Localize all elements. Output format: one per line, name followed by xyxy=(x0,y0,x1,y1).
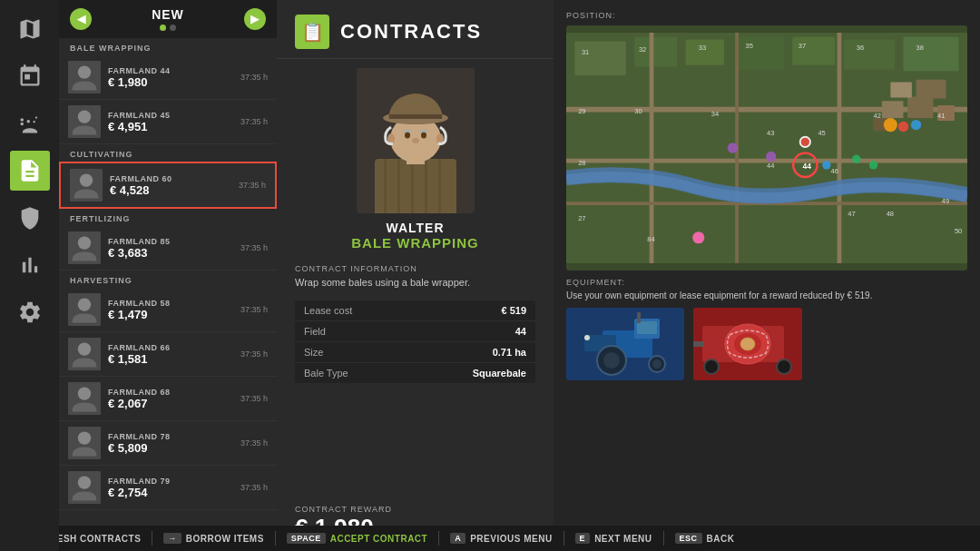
sidebar-item-contracts[interactable] xyxy=(10,151,50,191)
back-item[interactable]: ESC BACK xyxy=(664,526,746,551)
tractor-svg xyxy=(566,308,684,380)
svg-rect-89 xyxy=(637,321,657,334)
contract-item-wrapper: FARMLAND 58€ 1,47937:35 h xyxy=(59,288,277,332)
svg-text:50: 50 xyxy=(955,227,962,235)
contract-item[interactable]: FARMLAND 79€ 2,75437:35 h xyxy=(59,466,277,510)
previous-action: PREVIOUS MENU xyxy=(470,534,552,544)
svg-rect-30 xyxy=(419,130,428,133)
svg-rect-44 xyxy=(903,37,958,72)
table-row-value: 44 xyxy=(515,326,526,337)
svg-point-28 xyxy=(421,133,426,139)
contract-item[interactable]: FARMLAND 44€ 1,98037:35 h xyxy=(59,55,277,100)
svg-point-17 xyxy=(78,476,91,488)
svg-text:45: 45 xyxy=(818,129,825,137)
section-label-fertilizing: FERTILIZING xyxy=(59,209,277,226)
svg-rect-49 xyxy=(916,80,946,99)
contract-item-wrapper: FARMLAND 79€ 2,75437:35 h xyxy=(59,466,277,510)
sidebar-item-settings[interactable] xyxy=(10,292,50,332)
borrow-items-item[interactable]: → BORROW ITEMS xyxy=(152,526,275,551)
svg-text:38: 38 xyxy=(916,44,924,52)
svg-point-15 xyxy=(78,431,91,444)
contract-time: 37:35 h xyxy=(240,73,268,82)
map-container: 44 31 32 33 35 37 36 38 29 30 34 43 45 4… xyxy=(566,25,967,271)
contract-item-wrapper: FARMLAND 85€ 3,68337:35 h xyxy=(59,226,277,271)
contract-item[interactable]: FARMLAND 66€ 1,58137:35 h xyxy=(59,332,277,377)
table-row-label: Lease cost xyxy=(304,305,352,316)
svg-text:42: 42 xyxy=(874,112,881,120)
svg-rect-32 xyxy=(402,143,429,153)
contract-time: 37:35 h xyxy=(240,349,268,359)
bale-wrapper-image xyxy=(693,308,802,380)
previous-menu-item[interactable]: A PREVIOUS MENU xyxy=(439,526,563,551)
borrow-key: → xyxy=(163,533,181,544)
svg-point-7 xyxy=(78,236,91,249)
contract-price: € 1,581 xyxy=(108,352,233,366)
contract-item[interactable]: FARMLAND 85€ 3,68337:35 h xyxy=(59,226,277,271)
back-action: BACK xyxy=(707,534,735,544)
contract-item[interactable]: FARMLAND 58€ 1,47937:35 h xyxy=(59,288,277,332)
svg-point-54 xyxy=(800,137,810,147)
contract-avatar xyxy=(68,471,101,504)
svg-text:48: 48 xyxy=(887,210,894,218)
position-label: POSITION: xyxy=(566,11,967,20)
svg-text:84: 84 xyxy=(647,235,654,243)
contract-item[interactable]: FARMLAND 45€ 4,95137:35 h xyxy=(59,100,277,144)
right-panel: POSITION: xyxy=(554,0,980,551)
svg-rect-104 xyxy=(693,341,704,347)
contract-farmland-name: FARMLAND 58 xyxy=(108,299,233,308)
svg-text:29: 29 xyxy=(578,107,585,115)
contract-detail-table: Lease cost€ 519Field44Size0.71 haBale Ty… xyxy=(295,300,535,383)
prev-nav-button[interactable]: ◀ xyxy=(70,8,92,30)
contract-sections: BALE WRAPPINGFARMLAND 44€ 1,98037:35 hFA… xyxy=(59,38,277,510)
sidebar-item-animals[interactable] xyxy=(10,103,50,143)
contract-avatar xyxy=(68,293,101,326)
svg-text:46: 46 xyxy=(831,167,838,175)
svg-point-53 xyxy=(766,152,776,162)
panel-header-title: NEW xyxy=(152,7,184,22)
header-dots xyxy=(160,25,176,31)
contract-item[interactable]: FARMLAND 60€ 4,52837:35 h xyxy=(59,162,277,209)
contract-item[interactable]: FARMLAND 78€ 5,80937:35 h xyxy=(59,421,277,466)
svg-rect-24 xyxy=(438,159,441,213)
sidebar-item-silo[interactable] xyxy=(10,198,50,238)
contract-info-section: CONTRACT INFORMATION Wrap some bales usi… xyxy=(277,255,554,300)
next-key: E xyxy=(575,533,591,544)
back-key: ESC xyxy=(675,533,702,544)
table-row-value: € 519 xyxy=(501,305,526,316)
table-row-label: Bale Type xyxy=(304,368,348,379)
svg-point-59 xyxy=(898,122,908,132)
contract-time: 37:35 h xyxy=(240,243,268,252)
contract-info: FARMLAND 85€ 3,683 xyxy=(108,237,233,260)
contract-info: FARMLAND 58€ 1,479 xyxy=(108,299,233,321)
sidebar-item-map[interactable] xyxy=(10,9,50,49)
contract-time: 37:35 h xyxy=(240,117,268,126)
svg-text:35: 35 xyxy=(745,42,752,50)
reward-label: CONTRACT REWARD xyxy=(295,505,535,514)
sidebar-item-calendar[interactable] xyxy=(10,56,50,96)
sidebar-item-stats[interactable] xyxy=(10,245,50,285)
svg-point-96 xyxy=(584,335,590,340)
svg-rect-21 xyxy=(397,159,400,213)
contract-time: 37:35 h xyxy=(239,181,266,190)
svg-text:37: 37 xyxy=(799,42,806,50)
svg-text:36: 36 xyxy=(857,44,864,52)
contract-avatar xyxy=(70,169,103,202)
contracts-header: 📋 CONTRACTS xyxy=(277,0,554,59)
next-nav-button[interactable]: ▶ xyxy=(244,8,266,30)
contract-farmland-name: FARMLAND 45 xyxy=(108,111,233,120)
svg-point-31 xyxy=(412,138,419,143)
character-section: WALTER BALE WRAPPING xyxy=(277,59,554,255)
character-portrait xyxy=(357,68,475,213)
svg-point-1 xyxy=(78,65,91,78)
contract-avatar xyxy=(68,61,101,93)
next-menu-item[interactable]: E NEXT MENU xyxy=(564,526,663,551)
map-svg: 44 31 32 33 35 37 36 38 29 30 34 43 45 4… xyxy=(566,25,967,271)
contracts-title: CONTRACTS xyxy=(340,20,482,44)
contract-item-wrapper: FARMLAND 60€ 4,52837:35 h xyxy=(59,162,277,209)
accept-contract-item[interactable]: SPACE ACCEPT CONTRACT xyxy=(276,526,438,551)
contract-item[interactable]: FARMLAND 68€ 2,06737:35 h xyxy=(59,377,277,421)
contract-table-row: Lease cost€ 519 xyxy=(295,300,535,321)
svg-point-5 xyxy=(80,173,93,186)
contract-price: € 1,980 xyxy=(108,75,233,89)
contract-item-wrapper: FARMLAND 66€ 1,58137:35 h xyxy=(59,332,277,377)
